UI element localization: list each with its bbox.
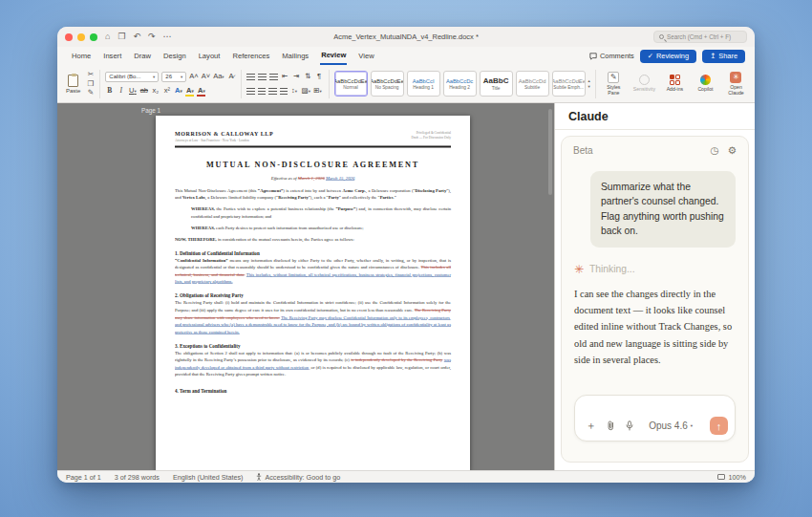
paperclip-icon[interactable] <box>607 420 615 431</box>
copy-icon[interactable]: ❐ <box>86 80 95 88</box>
multilevel-list-icon[interactable] <box>269 74 278 80</box>
section-1-heading[interactable]: 1. Definition of Confidential Informatio… <box>175 250 451 256</box>
style-chip-subtitle[interactable]: AaBbCcDd Subtitle <box>516 71 549 97</box>
justify-icon[interactable] <box>280 88 288 95</box>
style-chip-heading2[interactable]: AaBbCcDc Heading 2 <box>443 71 477 97</box>
align-right-icon[interactable] <box>268 88 277 95</box>
increase-indent-icon[interactable]: ⇥ <box>292 73 301 80</box>
font-name-select[interactable]: Calibri (Bo...▾ <box>105 72 159 82</box>
tab-review[interactable]: Review <box>320 48 347 65</box>
align-left-icon[interactable] <box>246 88 255 95</box>
document-scrollbar[interactable] <box>548 109 552 195</box>
document-page[interactable]: MORRISON & CALLOWAY LLP Attorneys at Law… <box>156 116 470 470</box>
shading-icon[interactable]: ▨▾ <box>302 87 310 95</box>
zoom-level[interactable]: 100% <box>729 473 746 482</box>
word-count-status[interactable]: 3 of 298 words <box>115 473 160 482</box>
tab-draw[interactable]: Draw <box>133 49 152 64</box>
intro-paragraph[interactable]: This Mutual Non-Disclosure Agreement (th… <box>175 187 451 202</box>
section-2-body[interactable]: The Receiving Party shall: (i) hold and … <box>175 299 451 335</box>
copilot-button[interactable]: Copilot <box>693 75 718 93</box>
line-spacing-icon[interactable]: ↕▾ <box>290 87 299 95</box>
redo-icon[interactable]: ↷ <box>148 32 156 41</box>
bold-icon[interactable]: B <box>105 87 114 95</box>
subscript-icon[interactable]: x₂ <box>151 87 160 95</box>
save-icon[interactable]: ❐ <box>118 32 125 41</box>
clear-formatting-icon[interactable]: A̷ <box>227 73 236 80</box>
page-count-status[interactable]: Page 1 of 1 <box>66 473 101 482</box>
sort-icon[interactable]: ⇅ <box>304 73 312 80</box>
gallery-down-icon[interactable]: ▾ <box>588 84 590 89</box>
gallery-up-icon[interactable]: ▴ <box>588 78 590 83</box>
borders-icon[interactable]: ⊞▾ <box>313 87 322 95</box>
now-therefore-paragraph[interactable]: NOW, THEREFORE, in consideration of the … <box>175 236 451 244</box>
align-center-icon[interactable] <box>258 88 266 95</box>
zoom-window-button[interactable] <box>90 33 97 41</box>
clipboard-group: Paste ✂ ❐ ✎ <box>63 71 95 97</box>
styles-pane-button[interactable]: ✎ Styles Pane <box>601 72 627 96</box>
undo-icon[interactable]: ↶ <box>134 32 141 41</box>
model-selector[interactable]: Opus 4.6 ▾ <box>649 420 693 431</box>
tab-insert[interactable]: Insert <box>102 49 122 64</box>
superscript-icon[interactable]: x² <box>162 87 171 95</box>
paste-button[interactable]: Paste <box>63 74 83 95</box>
cut-icon[interactable]: ✂ <box>86 71 95 78</box>
accessibility-status[interactable]: Accessibility: Good to go <box>256 473 340 482</box>
send-button[interactable]: ↑ <box>710 417 728 435</box>
italic-icon[interactable]: I <box>117 87 125 95</box>
tab-design[interactable]: Design <box>162 49 187 64</box>
tab-references[interactable]: References <box>231 49 270 64</box>
strikethrough-icon[interactable]: ab <box>139 87 148 95</box>
text-effects-icon[interactable]: A▾ <box>174 87 182 95</box>
tab-mailings[interactable]: Mailings <box>281 49 310 64</box>
style-chip-subtle-emphasis[interactable]: AaBbCcDdEe Subtle Emph... <box>552 71 586 97</box>
tab-view[interactable]: View <box>357 49 374 64</box>
style-chip-heading1[interactable]: AaBbCcI Heading 1 <box>407 71 440 97</box>
settings-gear-icon[interactable]: ⚙ <box>728 144 737 156</box>
section-4-heading[interactable]: 4. Term and Termination <box>175 388 451 394</box>
more-commands-icon[interactable]: ⋯ <box>163 32 172 41</box>
focus-mode-icon[interactable] <box>717 474 725 480</box>
sensitivity-button[interactable]: Sensitivity <box>631 75 657 93</box>
claude-spark-icon: ✳ <box>574 264 584 275</box>
close-window-button[interactable] <box>65 33 73 41</box>
agreement-title[interactable]: MUTUAL NON-DISCLOSURE AGREEMENT <box>175 160 451 169</box>
claude-panel-title: Claude <box>555 103 755 130</box>
shrink-font-icon[interactable]: A˅ <box>202 73 210 80</box>
change-case-icon[interactable]: Aa▾ <box>213 73 224 80</box>
history-icon[interactable]: ◷ <box>710 144 718 156</box>
microphone-icon[interactable] <box>626 420 633 431</box>
whereas-paragraph-1[interactable]: WHEREAS, the Parties wish to explore a p… <box>191 205 451 220</box>
section-1-body[interactable]: “Confidential Information” means any inf… <box>175 257 451 286</box>
language-status[interactable]: English (United States) <box>173 473 244 482</box>
underline-icon[interactable]: U▾ <box>128 87 137 95</box>
grow-font-icon[interactable]: A˄ <box>189 73 198 80</box>
effective-date-line[interactable]: Effective as of March 1, 2026 March 15, … <box>175 176 451 181</box>
numbered-list-icon[interactable] <box>258 74 267 80</box>
open-claude-button[interactable]: ✳ Open Claude <box>723 72 749 96</box>
home-icon[interactable]: ⌂ <box>105 32 110 41</box>
decrease-indent-icon[interactable]: ⇤ <box>281 73 289 80</box>
section-2-heading[interactable]: 2. Obligations of Receiving Party <box>175 293 451 299</box>
bullet-list-icon[interactable] <box>246 74 255 80</box>
comments-button[interactable]: Comments <box>589 52 634 60</box>
tab-layout[interactable]: Layout <box>198 49 222 64</box>
font-color-icon[interactable]: A▾ <box>197 87 205 95</box>
style-chip-no-spacing[interactable]: AaBbCcDdEe No Spacing <box>371 71 404 97</box>
add-ins-button[interactable]: Add-ins <box>662 75 688 93</box>
whereas-paragraph-2[interactable]: WHEREAS, each Party desires to protect s… <box>191 225 451 232</box>
search-input[interactable]: Search (Cmd + Ctrl + F) <box>653 31 747 43</box>
add-attachment-icon[interactable]: ＋ <box>586 420 596 431</box>
message-input[interactable]: ＋ Opus 4.6 ▾ ↑ <box>574 395 736 442</box>
section-3-heading[interactable]: 3. Exceptions to Confidentiality <box>175 343 451 349</box>
reviewing-mode-button[interactable]: ✓ Reviewing <box>640 50 696 63</box>
tab-home[interactable]: Home <box>71 49 92 64</box>
style-chip-title[interactable]: AaBbC Title <box>480 71 513 97</box>
font-size-select[interactable]: 26▾ <box>161 72 186 82</box>
format-painter-icon[interactable]: ✎ <box>86 89 95 97</box>
section-3-body[interactable]: The obligations of Section 2 shall not a… <box>175 349 451 377</box>
highlight-color-icon[interactable]: A▾ <box>185 87 194 95</box>
minimize-window-button[interactable] <box>77 33 85 41</box>
style-chip-normal[interactable]: AaBbCcDdEe Normal <box>334 71 368 97</box>
show-paragraph-marks-icon[interactable]: ¶ <box>315 73 324 80</box>
share-button[interactable]: ↥ Share <box>702 50 745 63</box>
